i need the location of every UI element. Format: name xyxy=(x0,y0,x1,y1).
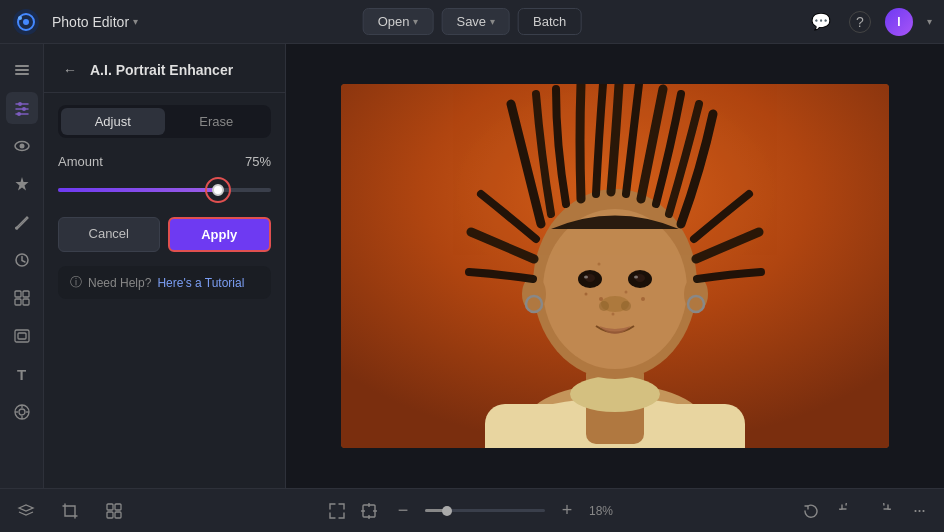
svg-rect-57 xyxy=(107,504,113,510)
zoom-out-button[interactable]: − xyxy=(391,499,415,523)
help-icon-button[interactable]: ? xyxy=(849,11,871,33)
open-button[interactable]: Open ▾ xyxy=(363,8,434,35)
crop-bottom-icon[interactable] xyxy=(56,497,84,525)
iconbar-frame[interactable] xyxy=(6,320,38,352)
chat-icon-button[interactable]: 💬 xyxy=(807,8,835,36)
svg-rect-58 xyxy=(115,504,121,510)
slider-track xyxy=(58,188,271,192)
svg-rect-19 xyxy=(23,291,29,297)
iconbar-sliders[interactable] xyxy=(6,92,38,124)
photo-frame xyxy=(341,84,889,448)
svg-rect-20 xyxy=(15,299,21,305)
avatar[interactable]: I xyxy=(885,8,913,36)
iconbar-magic[interactable] xyxy=(6,168,38,200)
app-name-chevron: ▾ xyxy=(133,16,138,27)
svg-rect-4 xyxy=(15,65,29,67)
iconbar-eye[interactable] xyxy=(6,130,38,162)
bottom-right: ··· xyxy=(798,498,932,524)
iconbar: T xyxy=(0,44,44,488)
batch-button[interactable]: Batch xyxy=(518,8,581,35)
svg-rect-59 xyxy=(107,512,113,518)
svg-rect-6 xyxy=(15,73,29,75)
bottom-left xyxy=(12,497,128,525)
svg-point-55 xyxy=(641,297,645,301)
tab-erase[interactable]: Erase xyxy=(165,108,269,135)
help-row: ⓘ Need Help? Here's a Tutorial xyxy=(58,266,271,299)
redo-button[interactable] xyxy=(870,498,896,524)
svg-point-43 xyxy=(634,276,638,279)
topbar: Photo Editor ▾ Open ▾ Save ▾ Batch 💬 ? I… xyxy=(0,0,944,44)
amount-label: Amount xyxy=(58,154,103,169)
svg-point-12 xyxy=(17,112,21,116)
zoom-in-button[interactable]: + xyxy=(555,499,579,523)
zoom-controls: − + 18% xyxy=(325,499,619,523)
svg-point-51 xyxy=(599,297,603,301)
svg-point-2 xyxy=(23,19,29,25)
svg-point-46 xyxy=(621,301,631,311)
topbar-center: Open ▾ Save ▾ Batch xyxy=(363,8,582,35)
svg-point-52 xyxy=(625,291,628,294)
svg-point-3 xyxy=(18,16,22,20)
svg-point-35 xyxy=(570,376,660,412)
apply-button[interactable]: Apply xyxy=(168,217,272,252)
slider-thumb[interactable] xyxy=(201,173,235,207)
svg-point-54 xyxy=(585,293,588,296)
svg-point-10 xyxy=(22,107,26,111)
tab-adjust[interactable]: Adjust xyxy=(61,108,165,135)
cancel-button[interactable]: Cancel xyxy=(58,217,160,252)
action-buttons: Cancel Apply xyxy=(58,217,271,252)
svg-rect-22 xyxy=(15,330,29,342)
iconbar-text[interactable]: T xyxy=(6,358,38,390)
zoom-thumb xyxy=(442,506,452,516)
svg-rect-21 xyxy=(23,299,29,305)
help-link[interactable]: Here's a Tutorial xyxy=(157,276,244,290)
iconbar-objects[interactable] xyxy=(6,282,38,314)
grid-bottom-icon[interactable] xyxy=(100,497,128,525)
topbar-right: 💬 ? I ▾ xyxy=(807,8,932,36)
slider-fill xyxy=(58,188,218,192)
iconbar-history[interactable] xyxy=(6,244,38,276)
svg-point-53 xyxy=(612,313,615,316)
iconbar-effects[interactable] xyxy=(6,396,38,428)
svg-point-42 xyxy=(584,276,588,279)
more-button[interactable]: ··· xyxy=(906,498,932,524)
iconbar-brush[interactable] xyxy=(6,206,38,238)
panel: ← A.I. Portrait Enhancer Adjust Erase Am… xyxy=(44,44,286,488)
bottombar: − + 18% ··· xyxy=(0,488,944,532)
back-button[interactable]: ← xyxy=(58,58,82,82)
svg-point-45 xyxy=(599,301,609,311)
amount-slider[interactable] xyxy=(58,179,271,201)
zoom-value: 18% xyxy=(589,504,619,518)
refresh-icon[interactable] xyxy=(798,498,824,524)
panel-header: ← A.I. Portrait Enhancer xyxy=(44,44,285,93)
help-text: Need Help? xyxy=(88,276,151,290)
svg-point-16 xyxy=(15,227,18,230)
svg-rect-5 xyxy=(15,69,29,71)
info-icon: ⓘ xyxy=(70,274,82,291)
save-button[interactable]: Save ▾ xyxy=(441,8,510,35)
svg-point-56 xyxy=(598,263,601,266)
svg-rect-60 xyxy=(115,512,121,518)
svg-point-14 xyxy=(19,144,24,149)
main: T ← A.I. Portrait Enhancer Adjust Erase xyxy=(0,44,944,488)
layers-bottom-icon[interactable] xyxy=(12,497,40,525)
tabs: Adjust Erase xyxy=(58,105,271,138)
svg-point-25 xyxy=(19,409,25,415)
canvas-area xyxy=(286,44,944,488)
portrait-image xyxy=(341,84,889,448)
photo-container xyxy=(341,84,889,448)
iconbar-layers[interactable] xyxy=(6,54,38,86)
app-name-button[interactable]: Photo Editor ▾ xyxy=(52,14,138,30)
undo-button[interactable] xyxy=(834,498,860,524)
svg-marker-15 xyxy=(15,177,28,191)
svg-rect-23 xyxy=(18,333,26,339)
expand-icon[interactable] xyxy=(325,499,349,523)
crop-zoom-icon[interactable] xyxy=(357,499,381,523)
avatar-chevron[interactable]: ▾ xyxy=(927,16,932,27)
svg-rect-18 xyxy=(15,291,21,297)
controls: Amount 75% Cancel Apply xyxy=(44,138,285,315)
amount-row: Amount 75% xyxy=(58,154,271,169)
slider-thumb-inner xyxy=(212,184,224,196)
app-logo xyxy=(12,8,40,36)
zoom-slider[interactable] xyxy=(425,509,545,512)
